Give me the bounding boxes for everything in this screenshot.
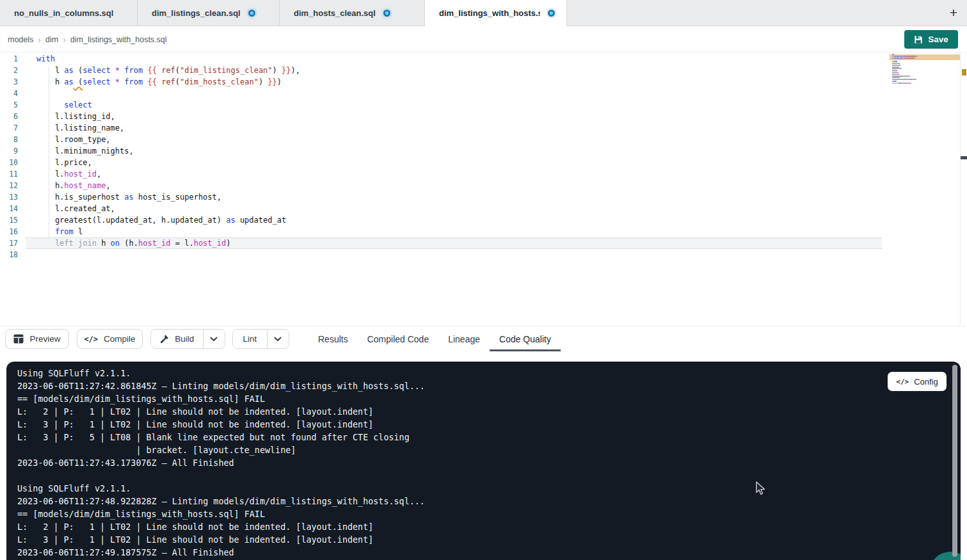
code-line[interactable]: 18 <box>0 249 888 260</box>
code-line[interactable]: 8 l.room_type, <box>0 134 888 145</box>
panel-tab-results[interactable]: Results <box>308 326 358 351</box>
save-button[interactable]: Save <box>904 30 958 49</box>
compile-button[interactable]: </> Compile <box>77 329 143 349</box>
console-line <box>17 470 425 483</box>
tab-label: dim_listings_with_hosts.sql <box>439 8 540 18</box>
console-line: L: 3 | P: 1 | LT02 | Line should not be … <box>17 534 425 547</box>
minimap-line <box>892 68 918 69</box>
breadcrumb-segment[interactable]: dim <box>45 35 58 44</box>
code-line[interactable]: 15 greatest(l.updated_at, h.updated_at) … <box>0 214 888 226</box>
save-icon <box>914 35 923 44</box>
build-dropdown-button[interactable] <box>203 330 225 348</box>
line-content: h.host_name, <box>36 181 111 190</box>
build-button[interactable]: Build <box>151 330 203 348</box>
minimap-line <box>892 65 918 66</box>
code-line[interactable]: 11 l.host_id, <box>0 168 888 180</box>
line-number: 17 <box>0 239 18 248</box>
breadcrumb-segment[interactable]: models <box>8 35 33 44</box>
line-content: l.room_type, <box>36 135 111 144</box>
editor-toolbar: Preview </> Compile Build Lint <box>0 326 967 351</box>
minimap-line <box>892 70 918 71</box>
line-number: 11 <box>0 170 18 179</box>
breadcrumb-segment[interactable]: dim_listings_with_hosts.sql <box>70 35 167 44</box>
minimap-line <box>892 76 918 77</box>
unsaved-changes-icon <box>548 10 555 17</box>
line-number: 13 <box>0 193 18 202</box>
lint-button[interactable]: Lint <box>233 330 267 348</box>
line-number: 5 <box>0 100 18 109</box>
minimap-line <box>892 77 918 78</box>
code-line[interactable]: 12 h.host_name, <box>0 180 888 191</box>
chevron-down-icon <box>210 337 218 342</box>
panel-tab-compiled-code[interactable]: Compiled Code <box>358 326 439 351</box>
lint-split-button: Lint <box>232 329 289 349</box>
editor-tab[interactable]: no_nulls_in_columns.sql <box>0 0 138 26</box>
code-line[interactable]: 4 <box>0 88 888 99</box>
line-content: select <box>36 100 92 109</box>
code-line[interactable]: 10 l.price, <box>0 157 888 168</box>
console-line: L: 3 | P: 5 | LT08 | Blank line expected… <box>17 431 425 444</box>
line-number: 2 <box>0 66 18 75</box>
preview-button[interactable]: Preview <box>5 329 69 349</box>
console-line: Using SQLFluff v2.1.1. <box>17 483 425 495</box>
breadcrumb-bar: models›dim›dim_listings_with_hosts.sql S… <box>0 26 967 52</box>
tab-label: dim_hosts_clean.sql <box>294 8 376 18</box>
line-content: l.price, <box>36 158 92 167</box>
minimap-line <box>892 83 918 84</box>
minimap-lines <box>892 54 918 86</box>
chevron-down-icon <box>274 337 282 342</box>
console-scrollbar[interactable] <box>952 365 957 557</box>
breadcrumb-separator: › <box>63 35 66 45</box>
lint-console: Using SQLFluff v2.1.1.2023-06-06T11:27:4… <box>6 362 961 560</box>
lint-dropdown-button[interactable] <box>267 330 289 348</box>
line-number: 14 <box>0 204 18 213</box>
code-line[interactable]: 9 l.minimum_nights, <box>0 145 888 157</box>
code-line[interactable]: 17 left join h on (h.host_id = l.host_id… <box>0 237 888 249</box>
new-tab-button[interactable]: + <box>944 3 963 22</box>
console-output: Using SQLFluff v2.1.1.2023-06-06T11:27:4… <box>17 367 425 559</box>
unsaved-changes-icon <box>383 10 390 17</box>
lint-label: Lint <box>243 334 257 344</box>
overview-ruler <box>960 52 967 326</box>
minimap-line <box>892 67 918 68</box>
minimap-line <box>892 84 918 86</box>
line-content: h as (select * from {{ ref("dim_hosts_cl… <box>36 77 282 86</box>
code-icon: </> <box>896 378 909 386</box>
minimap-line <box>892 61 918 62</box>
minimap-line <box>892 72 918 73</box>
unsaved-changes-icon <box>248 10 255 17</box>
line-number: 8 <box>0 135 18 144</box>
tab-label: no_nulls_in_columns.sql <box>14 8 113 18</box>
code-line[interactable]: 5 select <box>0 99 888 111</box>
line-number: 18 <box>0 250 18 259</box>
ruler-warning-marker <box>962 69 966 76</box>
minimap[interactable] <box>890 52 958 326</box>
minimap-line <box>892 79 918 80</box>
code-line[interactable]: 1with <box>0 53 888 65</box>
line-content: with <box>36 54 55 63</box>
code-line[interactable]: 7 l.listing_name, <box>0 122 888 134</box>
compile-label: Compile <box>104 334 136 344</box>
console-line: L: 2 | P: 1 | LT02 | Line should not be … <box>17 521 425 534</box>
line-number: 10 <box>0 158 18 167</box>
code-line[interactable]: 14 l.created_at, <box>0 203 888 214</box>
ruler-position-marker <box>961 156 967 159</box>
editor-tab[interactable]: dim_listings_clean.sql <box>138 0 280 26</box>
code-line[interactable]: 16 from l <box>0 226 888 237</box>
editor-tab[interactable]: dim_hosts_clean.sql <box>280 0 425 26</box>
code-editor[interactable]: 1with2 l as (select * from {{ ref("dim_l… <box>0 52 888 326</box>
line-content: l.minimum_nights, <box>36 147 134 156</box>
ide-window: no_nulls_in_columns.sqldim_listings_clea… <box>0 0 967 560</box>
code-line[interactable]: 6 l.listing_id, <box>0 111 888 122</box>
panel-tab-code-quality[interactable]: Code Quality <box>490 326 561 351</box>
console-line: == [models/dim/dim_listings_with_hosts.s… <box>17 508 425 521</box>
line-content: left join h on (h.host_id = l.host_id) <box>36 239 230 248</box>
panel-tab-lineage[interactable]: Lineage <box>438 326 490 351</box>
panel-tab-strip: ResultsCompiled CodeLineageCode Quality <box>308 326 561 351</box>
code-line[interactable]: 13 h.is_superhost as host_is_superhost, <box>0 191 888 203</box>
config-button[interactable]: </> Config <box>888 372 947 391</box>
code-line[interactable]: 2 l as (select * from {{ ref("dim_listin… <box>0 65 888 76</box>
code-line[interactable]: 3 h as (select * from {{ ref("dim_hosts_… <box>0 76 888 88</box>
editor-tab[interactable]: dim_listings_with_hosts.sql <box>425 0 567 26</box>
console-line: 2023-06-06T11:27:48.922828Z – Linting mo… <box>17 495 425 508</box>
